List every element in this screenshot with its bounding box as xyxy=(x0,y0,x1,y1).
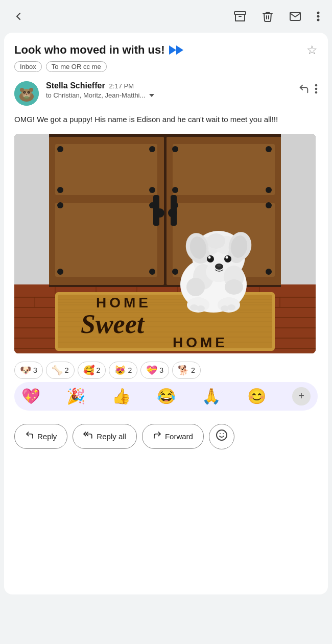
quick-reply-button[interactable] xyxy=(298,83,310,97)
sender-to[interactable]: to Christian, Moritz, Jean-Matthi... xyxy=(46,91,154,99)
reaction-count-1: 2 xyxy=(65,366,69,374)
email-body: OMG! We got a puppy! His name is Edison … xyxy=(14,114,318,126)
emoji-bar-btn-0[interactable]: 💖 xyxy=(21,389,40,404)
sender-left: Stella Schieffer 2:17 PM to Christian, M… xyxy=(14,81,154,106)
reaction-chip-2[interactable]: 🥰 2 xyxy=(78,362,106,379)
svg-text:HOME: HOME xyxy=(173,335,228,350)
cc-tag[interactable]: To me OR cc me xyxy=(46,61,107,72)
svg-point-16 xyxy=(26,93,28,95)
reply-button[interactable]: Reply xyxy=(14,424,67,449)
reaction-emoji-0: 🐶 xyxy=(20,365,31,376)
emoji-smiley-icon xyxy=(216,429,228,444)
emoji-bar-btn-5[interactable]: 😊 xyxy=(247,389,266,404)
emoji-bar-btn-3[interactable]: 😂 xyxy=(157,389,176,404)
svg-point-21 xyxy=(20,88,24,92)
svg-point-121 xyxy=(207,255,214,263)
emoji-bar-btn-4[interactable]: 🙏 xyxy=(202,389,221,404)
svg-point-24 xyxy=(315,84,318,87)
svg-marker-5 xyxy=(169,45,176,55)
forward-button[interactable]: Forward xyxy=(142,424,204,449)
forward-icon xyxy=(153,431,162,442)
svg-line-18 xyxy=(22,95,25,96)
reaction-count-5: 2 xyxy=(191,366,195,374)
reaction-count-0: 3 xyxy=(33,366,37,374)
svg-point-37 xyxy=(57,202,63,208)
reaction-emoji-4: 💝 xyxy=(146,365,157,376)
subject-text: Look who moved in with us! xyxy=(14,43,165,57)
svg-point-128 xyxy=(218,297,240,313)
back-button[interactable] xyxy=(10,8,27,25)
importance-icon xyxy=(169,44,183,56)
reply-icon xyxy=(25,431,34,442)
top-bar xyxy=(0,0,332,33)
reply-all-icon xyxy=(83,431,93,442)
sender-row: Stella Schieffer 2:17 PM to Christian, M… xyxy=(14,81,318,106)
subject-area: Look who moved in with us! ☆ Inbox To me… xyxy=(14,43,318,72)
reaction-count-4: 3 xyxy=(159,366,163,374)
svg-point-3 xyxy=(317,15,320,18)
reply-all-button[interactable]: Reply all xyxy=(73,424,137,449)
reaction-chip-4[interactable]: 💝 3 xyxy=(140,362,169,379)
svg-rect-31 xyxy=(55,203,157,277)
svg-point-126 xyxy=(217,265,221,267)
svg-point-122 xyxy=(224,255,231,263)
svg-text:Sweet: Sweet xyxy=(81,309,145,339)
forward-label: Forward xyxy=(165,432,193,441)
svg-point-22 xyxy=(29,88,33,92)
svg-point-52 xyxy=(266,269,272,275)
inbox-tag[interactable]: Inbox xyxy=(14,61,42,72)
svg-rect-30 xyxy=(55,144,157,195)
svg-rect-54 xyxy=(171,195,177,226)
sender-info: Stella Schieffer 2:17 PM to Christian, M… xyxy=(46,81,154,99)
more-options-button[interactable] xyxy=(315,8,322,25)
svg-point-111 xyxy=(225,279,243,295)
svg-line-20 xyxy=(28,95,31,96)
reaction-chip-3[interactable]: 😻 2 xyxy=(109,362,137,379)
svg-point-13 xyxy=(25,92,26,93)
reaction-chip-0[interactable]: 🐶 3 xyxy=(14,362,43,379)
to-text: to Christian, Moritz, Jean-Matthi... xyxy=(46,91,145,99)
action-bar: Reply Reply all Forward xyxy=(14,418,318,458)
mark-read-button[interactable] xyxy=(287,8,303,25)
svg-rect-42 xyxy=(173,144,275,195)
svg-point-23 xyxy=(24,96,29,100)
svg-point-33 xyxy=(57,146,63,152)
svg-rect-53 xyxy=(153,195,159,226)
archive-button[interactable] xyxy=(232,8,248,25)
email-image: HOME Sweet HOME xyxy=(14,134,316,353)
svg-point-26 xyxy=(315,91,318,94)
reaction-chip-5[interactable]: 🐕 2 xyxy=(172,362,201,379)
email-container: Look who moved in with us! ☆ Inbox To me… xyxy=(4,33,328,594)
svg-rect-56 xyxy=(281,134,316,292)
svg-point-50 xyxy=(266,202,272,208)
svg-point-110 xyxy=(186,278,205,296)
emoji-react-button[interactable] xyxy=(209,424,234,449)
reaction-emoji-3: 😻 xyxy=(114,365,126,376)
emoji-bar-btn-1[interactable]: 🎉 xyxy=(66,389,85,404)
send-time: 2:17 PM xyxy=(109,82,134,90)
svg-point-34 xyxy=(149,146,155,152)
reply-label: Reply xyxy=(37,432,57,441)
svg-point-39 xyxy=(57,269,63,275)
emoji-bar-btn-2[interactable]: 👍 xyxy=(112,389,131,404)
subject-title: Look who moved in with us! xyxy=(14,43,183,57)
emoji-more-button[interactable]: + xyxy=(292,387,311,406)
email-more-button[interactable] xyxy=(315,83,318,97)
svg-point-4 xyxy=(317,19,320,21)
expand-recipients-icon[interactable] xyxy=(149,94,154,97)
svg-point-132 xyxy=(227,304,235,311)
emoji-bar: 💖 🎉 👍 😂 🙏 😊 + xyxy=(14,382,318,411)
svg-marker-6 xyxy=(176,45,183,55)
reaction-count-3: 2 xyxy=(128,366,132,374)
tag-row: Inbox To me OR cc me xyxy=(14,61,318,72)
svg-point-2 xyxy=(317,12,320,14)
svg-point-40 xyxy=(149,269,155,275)
delete-button[interactable] xyxy=(259,8,276,25)
star-button[interactable]: ☆ xyxy=(306,43,318,57)
reaction-emoji-2: 🥰 xyxy=(83,365,94,376)
svg-point-36 xyxy=(149,187,155,193)
reactions-row: 🐶 3 🦴 2 🥰 2 😻 2 💝 3 🐕 2 xyxy=(14,362,318,379)
svg-point-47 xyxy=(172,187,178,193)
svg-point-14 xyxy=(29,92,30,93)
reaction-chip-1[interactable]: 🦴 2 xyxy=(46,362,75,379)
